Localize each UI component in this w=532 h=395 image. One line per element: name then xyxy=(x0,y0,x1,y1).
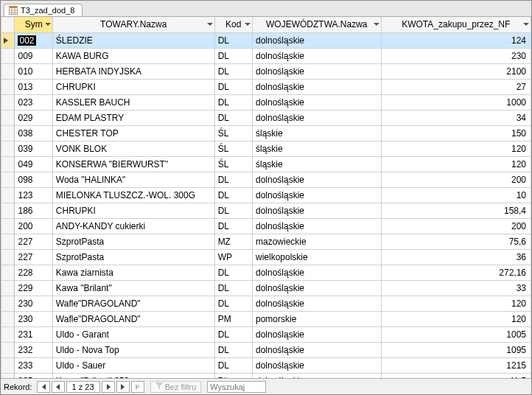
cell-kod[interactable]: DL xyxy=(214,357,252,373)
cell-sym[interactable]: 186 xyxy=(15,203,52,218)
cell-kod[interactable]: DL xyxy=(214,79,252,94)
row-selector[interactable] xyxy=(1,172,15,187)
cell-sym[interactable]: 235 xyxy=(15,373,52,378)
cell-kod[interactable]: DL xyxy=(214,110,252,125)
cell-kwota[interactable]: 158,4 xyxy=(381,203,531,218)
row-selector[interactable] xyxy=(1,296,15,311)
column-header-woj[interactable]: WOJEWÓDZTWA.Nazwa xyxy=(252,17,381,32)
row-selector[interactable] xyxy=(1,63,15,79)
cell-kwota[interactable]: 120 xyxy=(381,141,531,156)
row-selector[interactable] xyxy=(1,94,15,110)
cell-woj[interactable]: dolnośląskie xyxy=(252,172,381,187)
table-row[interactable]: 230Wafle"DRAGOLAND"PMpomorskie120 xyxy=(1,311,531,326)
cell-kwota[interactable]: 27 xyxy=(381,79,531,94)
row-selector[interactable] xyxy=(1,203,15,218)
row-selector[interactable] xyxy=(1,357,15,373)
cell-woj[interactable]: dolnośląskie xyxy=(252,280,381,296)
row-selector[interactable] xyxy=(1,311,15,326)
cell-kod[interactable]: DL xyxy=(214,48,252,63)
cell-towary[interactable]: CHESTER TOP xyxy=(52,125,214,141)
cell-towary[interactable]: Uldo - Nova Top xyxy=(52,342,214,357)
cell-kwota[interactable]: 1005 xyxy=(381,326,531,342)
cell-towary[interactable]: HERBATA INDYJSKA xyxy=(52,63,214,79)
cell-towary[interactable]: Wafle"DRAGOLAND" xyxy=(52,311,214,326)
cell-kwota[interactable]: 34 xyxy=(381,110,531,125)
row-selector[interactable] xyxy=(1,125,15,141)
nav-last-button[interactable] xyxy=(116,381,130,393)
cell-towary[interactable]: Kawa "Brilant" xyxy=(52,280,214,296)
cell-kod[interactable]: DL xyxy=(214,94,252,110)
tab-query[interactable]: T3_zad_dod_8 xyxy=(4,4,83,16)
cell-sym[interactable]: 230 xyxy=(15,296,52,311)
cell-towary[interactable]: VONK BLOK xyxy=(52,141,214,156)
row-selector[interactable] xyxy=(1,156,15,172)
table-row[interactable]: 029EDAM PLASTRYDLdolnośląskie34 xyxy=(1,110,531,125)
cell-kod[interactable]: DL xyxy=(214,296,252,311)
cell-woj[interactable]: mazowieckie xyxy=(252,234,381,249)
cell-woj[interactable]: dolnośląskie xyxy=(252,296,381,311)
cell-woj[interactable]: dolnośląskie xyxy=(252,203,381,218)
cell-sym[interactable]: 233 xyxy=(15,357,52,373)
table-row[interactable]: 227SzprotPastaWPwielkopolskie36 xyxy=(1,249,531,265)
cell-towary[interactable]: CHRUPKI xyxy=(52,203,214,218)
cell-kod[interactable]: MZ xyxy=(214,234,252,249)
table-row[interactable]: 200ANDY-KANDY cukierkiDLdolnośląskie200 xyxy=(1,218,531,234)
table-row[interactable]: 123MIELONKA TLUSZCZ.-WOL. 300GDLdolnoślą… xyxy=(1,187,531,203)
cell-kod[interactable]: DL xyxy=(214,63,252,79)
cell-sym[interactable]: 227 xyxy=(15,249,52,265)
table-row[interactable]: 231Uldo - GarantDLdolnośląskie1005 xyxy=(1,326,531,342)
column-header-kwota[interactable]: KWOTA_zakupu_przez_NF xyxy=(381,17,531,32)
cell-kod[interactable]: DL xyxy=(214,342,252,357)
cell-kwota[interactable]: 1000 xyxy=(381,94,531,110)
cell-kwota[interactable]: 41,5 xyxy=(381,373,531,378)
cell-kwota[interactable]: 36 xyxy=(381,249,531,265)
cell-woj[interactable]: dolnośląskie xyxy=(252,326,381,342)
cell-towary[interactable]: KAWA BURG xyxy=(52,48,214,63)
row-selector[interactable] xyxy=(1,234,15,249)
cell-kod[interactable]: DL xyxy=(214,172,252,187)
cell-sym[interactable]: 229 xyxy=(15,280,52,296)
cell-kod[interactable]: ŚL xyxy=(214,141,252,156)
row-selector[interactable] xyxy=(1,141,15,156)
table-row[interactable]: 235Kawa "Brilant" 250 gDLdolnośląskie41,… xyxy=(1,373,531,378)
cell-sym[interactable]: 029 xyxy=(15,110,52,125)
row-selector[interactable] xyxy=(1,373,15,378)
column-header-sym[interactable]: Sym xyxy=(15,17,52,32)
cell-kwota[interactable]: 2100 xyxy=(381,63,531,79)
cell-towary[interactable]: SzprotPasta xyxy=(52,234,214,249)
table-row[interactable]: 023KASSLER BAUCHDLdolnośląskie1000 xyxy=(1,94,531,110)
table-row[interactable]: 010HERBATA INDYJSKADLdolnośląskie2100 xyxy=(1,63,531,79)
cell-sym[interactable]: 123 xyxy=(15,187,52,203)
table-row[interactable]: 009KAWA BURGDLdolnośląskie230 xyxy=(1,48,531,63)
cell-towary[interactable]: Uldo - Garant xyxy=(52,326,214,342)
cell-kwota[interactable]: 120 xyxy=(381,296,531,311)
table-row[interactable]: 038CHESTER TOPŚLśląskie150 xyxy=(1,125,531,141)
cell-sym[interactable]: 098 xyxy=(15,172,52,187)
cell-kod[interactable]: DL xyxy=(214,280,252,296)
table-row[interactable]: 013CHRUPKIDLdolnośląskie27 xyxy=(1,79,531,94)
cell-kod[interactable]: ŚL xyxy=(214,156,252,172)
cell-towary[interactable]: EDAM PLASTRY xyxy=(52,110,214,125)
nav-next-button[interactable] xyxy=(102,381,115,393)
cell-kod[interactable]: DL xyxy=(214,203,252,218)
column-header-kod[interactable]: Kod xyxy=(214,17,252,32)
cell-woj[interactable]: dolnośląskie xyxy=(252,373,381,378)
cell-kwota[interactable]: 120 xyxy=(381,156,531,172)
cell-sym[interactable]: 228 xyxy=(15,265,52,280)
dropdown-icon[interactable] xyxy=(245,23,251,26)
cell-kwota[interactable]: 200 xyxy=(381,218,531,234)
cell-sym[interactable]: 232 xyxy=(15,342,52,357)
cell-towary[interactable]: MIELONKA TLUSZCZ.-WOL. 300G xyxy=(52,187,214,203)
cell-kwota[interactable]: 1215 xyxy=(381,357,531,373)
cell-kod[interactable]: DL xyxy=(214,32,252,48)
cell-kod[interactable]: DL xyxy=(214,373,252,378)
dropdown-icon[interactable] xyxy=(207,23,213,26)
row-selector[interactable] xyxy=(1,280,15,296)
row-selector[interactable] xyxy=(1,218,15,234)
cell-woj[interactable]: dolnośląskie xyxy=(252,218,381,234)
row-selector[interactable] xyxy=(1,342,15,357)
table-row[interactable]: 227SzprotPastaMZmazowieckie75,6 xyxy=(1,234,531,249)
cell-sym[interactable]: 023 xyxy=(15,94,52,110)
table-row[interactable]: 230Wafle"DRAGOLAND"DLdolnośląskie120 xyxy=(1,296,531,311)
row-selector[interactable] xyxy=(1,32,15,48)
